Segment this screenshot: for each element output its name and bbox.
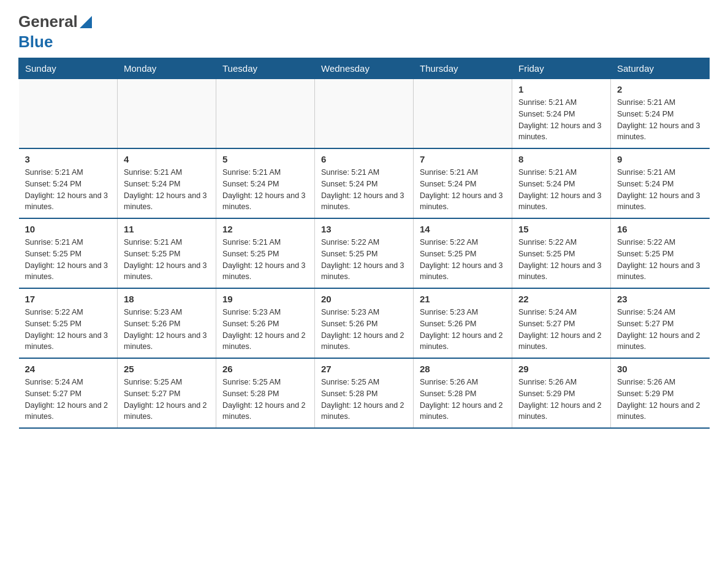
day-number: 8	[518, 154, 604, 164]
logo-row: General	[18, 12, 92, 31]
day-number: 16	[617, 224, 703, 234]
day-number: 30	[617, 364, 703, 374]
day-info: Sunrise: 5:21 AMSunset: 5:24 PMDaylight:…	[617, 167, 703, 213]
day-number: 3	[25, 154, 112, 164]
weekday-header-tuesday: Tuesday	[216, 58, 315, 79]
weekday-header-saturday: Saturday	[611, 58, 710, 79]
calendar-week-row: 1Sunrise: 5:21 AMSunset: 5:24 PMDaylight…	[19, 79, 710, 149]
day-number: 9	[617, 154, 703, 164]
day-info: Sunrise: 5:21 AMSunset: 5:24 PMDaylight:…	[124, 167, 210, 213]
day-info: Sunrise: 5:21 AMSunset: 5:24 PMDaylight:…	[420, 167, 506, 213]
calendar-cell: 6Sunrise: 5:21 AMSunset: 5:24 PMDaylight…	[315, 148, 414, 218]
day-number: 19	[222, 294, 308, 304]
weekday-header-monday: Monday	[118, 58, 216, 79]
day-number: 1	[518, 84, 604, 94]
calendar-cell: 12Sunrise: 5:21 AMSunset: 5:25 PMDayligh…	[216, 218, 315, 288]
calendar-week-row: 24Sunrise: 5:24 AMSunset: 5:27 PMDayligh…	[19, 358, 710, 428]
day-info: Sunrise: 5:22 AMSunset: 5:25 PMDaylight:…	[617, 237, 703, 283]
day-number: 21	[420, 294, 506, 304]
calendar-cell: 25Sunrise: 5:25 AMSunset: 5:27 PMDayligh…	[118, 358, 216, 428]
calendar-cell: 7Sunrise: 5:21 AMSunset: 5:24 PMDaylight…	[414, 148, 512, 218]
day-info: Sunrise: 5:23 AMSunset: 5:26 PMDaylight:…	[222, 307, 308, 353]
calendar-cell	[414, 79, 512, 149]
day-info: Sunrise: 5:23 AMSunset: 5:26 PMDaylight:…	[420, 307, 506, 353]
day-number: 11	[124, 224, 210, 234]
calendar-cell: 2Sunrise: 5:21 AMSunset: 5:24 PMDaylight…	[611, 79, 710, 149]
calendar-cell: 11Sunrise: 5:21 AMSunset: 5:25 PMDayligh…	[118, 218, 216, 288]
calendar-week-row: 3Sunrise: 5:21 AMSunset: 5:24 PMDaylight…	[19, 148, 710, 218]
day-number: 12	[222, 224, 308, 234]
calendar-cell: 9Sunrise: 5:21 AMSunset: 5:24 PMDaylight…	[611, 148, 710, 218]
calendar-cell: 3Sunrise: 5:21 AMSunset: 5:24 PMDaylight…	[19, 148, 118, 218]
day-info: Sunrise: 5:21 AMSunset: 5:24 PMDaylight:…	[25, 167, 112, 213]
calendar-cell: 26Sunrise: 5:25 AMSunset: 5:28 PMDayligh…	[216, 358, 315, 428]
calendar-cell: 28Sunrise: 5:26 AMSunset: 5:28 PMDayligh…	[414, 358, 512, 428]
day-info: Sunrise: 5:22 AMSunset: 5:25 PMDaylight:…	[321, 237, 407, 283]
calendar-cell	[315, 79, 414, 149]
day-info: Sunrise: 5:24 AMSunset: 5:27 PMDaylight:…	[25, 377, 112, 423]
day-number: 13	[321, 224, 407, 234]
day-number: 26	[222, 364, 308, 374]
day-number: 20	[321, 294, 407, 304]
logo-general: General	[18, 12, 78, 31]
day-number: 14	[420, 224, 506, 234]
calendar-cell: 24Sunrise: 5:24 AMSunset: 5:27 PMDayligh…	[19, 358, 118, 428]
calendar-cell: 23Sunrise: 5:24 AMSunset: 5:27 PMDayligh…	[611, 288, 710, 358]
day-info: Sunrise: 5:21 AMSunset: 5:24 PMDaylight:…	[518, 167, 604, 213]
calendar-cell	[19, 79, 118, 149]
day-number: 22	[518, 294, 604, 304]
calendar-table: SundayMondayTuesdayWednesdayThursdayFrid…	[18, 58, 710, 429]
day-info: Sunrise: 5:26 AMSunset: 5:28 PMDaylight:…	[420, 377, 506, 423]
calendar-cell: 19Sunrise: 5:23 AMSunset: 5:26 PMDayligh…	[216, 288, 315, 358]
day-info: Sunrise: 5:25 AMSunset: 5:28 PMDaylight:…	[222, 377, 308, 423]
calendar-cell: 21Sunrise: 5:23 AMSunset: 5:26 PMDayligh…	[414, 288, 512, 358]
calendar-header-row: SundayMondayTuesdayWednesdayThursdayFrid…	[19, 58, 710, 79]
day-number: 28	[420, 364, 506, 374]
day-info: Sunrise: 5:26 AMSunset: 5:29 PMDaylight:…	[518, 377, 604, 423]
calendar-cell	[216, 79, 315, 149]
day-number: 15	[518, 224, 604, 234]
calendar-cell: 13Sunrise: 5:22 AMSunset: 5:25 PMDayligh…	[315, 218, 414, 288]
calendar-cell: 14Sunrise: 5:22 AMSunset: 5:25 PMDayligh…	[414, 218, 512, 288]
weekday-header-sunday: Sunday	[19, 58, 118, 79]
day-info: Sunrise: 5:21 AMSunset: 5:25 PMDaylight:…	[222, 237, 308, 283]
day-info: Sunrise: 5:21 AMSunset: 5:24 PMDaylight:…	[321, 167, 407, 213]
day-number: 24	[25, 364, 112, 374]
logo-chevron-icon	[80, 16, 92, 28]
day-info: Sunrise: 5:23 AMSunset: 5:26 PMDaylight:…	[321, 307, 407, 353]
calendar-cell: 4Sunrise: 5:21 AMSunset: 5:24 PMDaylight…	[118, 148, 216, 218]
day-info: Sunrise: 5:22 AMSunset: 5:25 PMDaylight:…	[25, 307, 112, 353]
page-header: General Blue	[18, 12, 710, 52]
day-info: Sunrise: 5:24 AMSunset: 5:27 PMDaylight:…	[518, 307, 604, 353]
day-info: Sunrise: 5:25 AMSunset: 5:27 PMDaylight:…	[124, 377, 210, 423]
calendar-week-row: 10Sunrise: 5:21 AMSunset: 5:25 PMDayligh…	[19, 218, 710, 288]
day-info: Sunrise: 5:21 AMSunset: 5:25 PMDaylight:…	[25, 237, 112, 283]
day-info: Sunrise: 5:24 AMSunset: 5:27 PMDaylight:…	[617, 307, 703, 353]
calendar-cell: 29Sunrise: 5:26 AMSunset: 5:29 PMDayligh…	[512, 358, 611, 428]
day-number: 29	[518, 364, 604, 374]
calendar-cell: 20Sunrise: 5:23 AMSunset: 5:26 PMDayligh…	[315, 288, 414, 358]
day-info: Sunrise: 5:22 AMSunset: 5:25 PMDaylight:…	[420, 237, 506, 283]
day-number: 6	[321, 154, 407, 164]
day-info: Sunrise: 5:21 AMSunset: 5:25 PMDaylight:…	[124, 237, 210, 283]
day-info: Sunrise: 5:22 AMSunset: 5:25 PMDaylight:…	[518, 237, 604, 283]
day-number: 25	[124, 364, 210, 374]
weekday-header-friday: Friday	[512, 58, 611, 79]
calendar-cell: 10Sunrise: 5:21 AMSunset: 5:25 PMDayligh…	[19, 218, 118, 288]
day-info: Sunrise: 5:21 AMSunset: 5:24 PMDaylight:…	[617, 97, 703, 143]
calendar-cell: 17Sunrise: 5:22 AMSunset: 5:25 PMDayligh…	[19, 288, 118, 358]
day-info: Sunrise: 5:23 AMSunset: 5:26 PMDaylight:…	[124, 307, 210, 353]
day-number: 17	[25, 294, 112, 304]
day-info: Sunrise: 5:25 AMSunset: 5:28 PMDaylight:…	[321, 377, 407, 423]
calendar-cell: 5Sunrise: 5:21 AMSunset: 5:24 PMDaylight…	[216, 148, 315, 218]
weekday-header-thursday: Thursday	[414, 58, 512, 79]
day-number: 2	[617, 84, 703, 94]
calendar-cell: 22Sunrise: 5:24 AMSunset: 5:27 PMDayligh…	[512, 288, 611, 358]
svg-marker-0	[80, 16, 92, 28]
calendar-cell: 18Sunrise: 5:23 AMSunset: 5:26 PMDayligh…	[118, 288, 216, 358]
logo-blue: Blue	[18, 33, 53, 52]
day-number: 23	[617, 294, 703, 304]
day-info: Sunrise: 5:26 AMSunset: 5:29 PMDaylight:…	[617, 377, 703, 423]
calendar-cell	[118, 79, 216, 149]
calendar-cell: 30Sunrise: 5:26 AMSunset: 5:29 PMDayligh…	[611, 358, 710, 428]
